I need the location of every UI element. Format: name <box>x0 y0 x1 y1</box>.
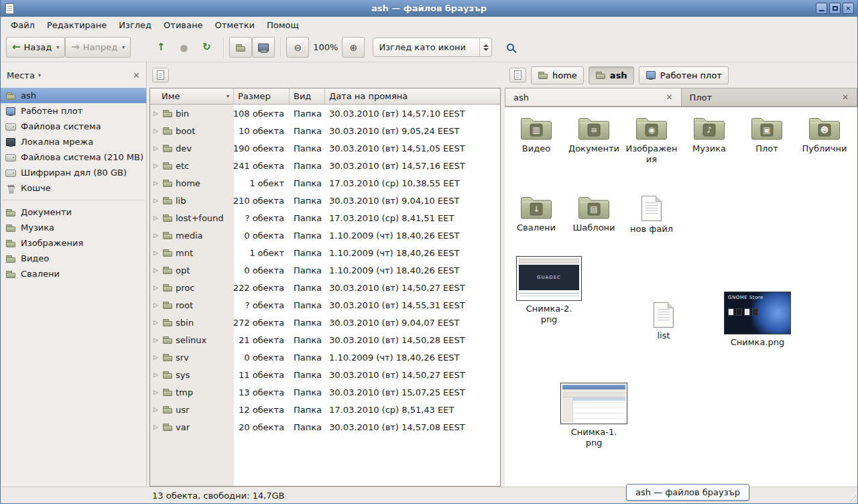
menu-item[interactable]: Файл <box>5 18 41 32</box>
tab[interactable]: Плот✕ <box>682 88 858 107</box>
expander-icon[interactable]: ▷ <box>152 180 160 186</box>
expander-icon[interactable]: ▷ <box>152 424 160 430</box>
folder-item[interactable]: ↓Свалени <box>507 194 565 235</box>
table-row[interactable]: ▷usr12 обектаПапка17.03.2010 (ср) 8,51,4… <box>150 401 500 418</box>
resize-grip[interactable] <box>847 493 856 502</box>
table-row[interactable]: ▷bin108 обектаПапка30.03.2010 (вт) 14,57… <box>150 105 500 122</box>
file-item[interactable]: list <box>642 302 685 341</box>
icon-view[interactable]: ▥Видео≡Документи◉Изображения♪Музика▣Плот… <box>505 107 857 487</box>
expander-icon[interactable]: ▷ <box>152 214 160 221</box>
up-button[interactable]: ↑ <box>149 37 172 58</box>
table-row[interactable]: ▷etc241 обектаПапка30.03.2010 (вт) 14,57… <box>150 157 500 174</box>
expander-icon[interactable]: ▷ <box>152 284 160 291</box>
table-row[interactable]: ▷lost+found? обектаПапка17.03.2010 (ср) … <box>150 209 500 227</box>
titlebar[interactable]: ash — файлов браузър ✕ <box>1 0 857 17</box>
expander-icon[interactable]: ▷ <box>152 110 160 117</box>
sidebar-item[interactable]: Кошче <box>1 180 146 196</box>
view-mode-spinner[interactable] <box>479 38 491 56</box>
folder-item[interactable]: ▣Плот <box>738 115 796 164</box>
pane-toggle-button[interactable] <box>509 68 526 82</box>
column-header-size[interactable]: Размер <box>234 88 290 105</box>
table-row[interactable]: ▷proc222 обектаПапка30.03.2010 (вт) 14,5… <box>150 279 500 296</box>
expander-icon[interactable]: ▷ <box>152 319 160 326</box>
sidebar-item[interactable]: Свалени <box>1 266 146 281</box>
zoom-in-button[interactable]: ⊕ <box>342 37 365 58</box>
close-tab-icon[interactable]: ✕ <box>842 93 849 101</box>
file-item[interactable]: GNOME Store Снимка.png <box>724 292 791 348</box>
menu-item[interactable]: Отиване <box>158 18 208 32</box>
computer-button[interactable] <box>252 37 275 58</box>
expander-icon[interactable]: ▷ <box>152 389 160 395</box>
file-item[interactable]: GUADEC Снимка-2.png <box>515 256 583 324</box>
table-row[interactable]: ▷boot10 обектаПапка30.03.2010 (вт) 9,05,… <box>150 122 500 139</box>
sidebar-item[interactable]: Музика <box>1 220 146 235</box>
sidebar-item[interactable]: Видео <box>1 251 146 266</box>
table-row[interactable]: ▷srv0 обектаПапка1.10.2009 (чт) 18,40,26… <box>150 349 500 366</box>
expander-icon[interactable]: ▷ <box>152 406 160 413</box>
sidebar-item[interactable]: Файлова система (210 MB) <box>1 149 146 165</box>
notes-pane-button[interactable] <box>152 68 169 82</box>
table-row[interactable]: ▷sys11 обектаПапка30.03.2010 (вт) 14,50,… <box>150 366 500 383</box>
expander-icon[interactable]: ▷ <box>152 336 160 343</box>
sidebar-item[interactable]: Изображения <box>1 235 146 251</box>
close-tab-icon[interactable]: ✕ <box>666 93 672 101</box>
sidebar-item[interactable]: Локална мрежа <box>1 134 146 149</box>
table-row[interactable]: ▷opt0 обектаПапка1.10.2009 (чт) 18,40,26… <box>150 261 500 279</box>
expander-icon[interactable]: ▷ <box>152 267 160 273</box>
table-row[interactable]: ▷mnt1 обектПапка1.10.2009 (чт) 18,40,26 … <box>150 244 500 261</box>
close-button[interactable]: ✕ <box>843 3 854 14</box>
folder-item[interactable]: ≡Документи <box>565 115 623 164</box>
back-button[interactable]: ← Назад ▾ <box>6 37 65 58</box>
breadcrumb-button[interactable]: Работен плот <box>639 66 729 84</box>
view-mode-select[interactable]: Изглед като икони <box>373 38 492 57</box>
file-item[interactable]: Снимка-1.png <box>560 383 627 448</box>
expander-icon[interactable]: ▷ <box>152 232 160 239</box>
reload-button[interactable]: ↻ <box>195 37 218 58</box>
file-item[interactable]: нов файл <box>623 194 680 235</box>
expander-icon[interactable]: ▷ <box>152 371 160 378</box>
breadcrumb-button[interactable]: ash <box>589 66 634 84</box>
close-sidebar-button[interactable]: ✕ <box>133 71 140 80</box>
table-row[interactable]: ▷sbin272 обектаПапка30.03.2010 (вт) 9,04… <box>150 314 500 331</box>
column-header-type[interactable]: Вид <box>290 88 325 105</box>
stop-button[interactable]: ● <box>172 37 195 58</box>
table-row[interactable]: ▷media0 обектаПапка1.10.2009 (чт) 18,40,… <box>150 227 500 244</box>
sidebar-item[interactable]: Работен плот <box>1 103 146 119</box>
folder-item[interactable]: ♪Музика <box>680 115 738 164</box>
folder-item[interactable]: ▤Шаблони <box>565 194 623 235</box>
maximize-button[interactable] <box>829 3 841 14</box>
folder-item[interactable]: ☻Публични <box>796 115 853 164</box>
expander-icon[interactable]: ▷ <box>152 302 160 308</box>
table-row[interactable]: ▷var20 обектаПапка30.03.2010 (вт) 14,57,… <box>150 418 500 436</box>
expander-icon[interactable]: ▷ <box>152 162 160 169</box>
tab[interactable]: ash✕ <box>505 88 682 107</box>
expander-icon[interactable]: ▷ <box>152 145 160 151</box>
sidebar-item[interactable]: ash <box>1 88 146 103</box>
home-button[interactable] <box>229 37 252 58</box>
expander-icon[interactable]: ▷ <box>152 249 160 256</box>
folder-item[interactable]: ◉Изображения <box>623 115 680 164</box>
table-row[interactable]: ▷selinux21 обектаПапка30.03.2010 (вт) 14… <box>150 331 500 349</box>
sidebar-item[interactable]: Документи <box>1 204 146 220</box>
menu-item[interactable]: Отметки <box>208 18 260 32</box>
table-row[interactable]: ▷tmp13 обектаПапка30.03.2010 (вт) 15,07,… <box>150 383 500 401</box>
table-row[interactable]: ▷root? обектаПапка30.03.2010 (вт) 14,55,… <box>150 296 500 314</box>
table-row[interactable]: ▷home1 обектПапка17.03.2010 (ср) 10,38,5… <box>150 174 500 192</box>
breadcrumb-button[interactable]: home <box>531 66 584 84</box>
expander-icon[interactable]: ▷ <box>152 127 160 134</box>
menu-item[interactable]: Изглед <box>113 18 158 32</box>
table-row[interactable]: ▷dev190 обектаПапка30.03.2010 (вт) 14,51… <box>150 139 500 157</box>
minimize-button[interactable] <box>816 3 827 14</box>
table-row[interactable]: ▷lib210 обектаПапка30.03.2010 (вт) 9,04,… <box>150 192 500 209</box>
search-button[interactable] <box>499 37 522 58</box>
zoom-out-button[interactable]: ⊖ <box>286 37 309 58</box>
folder-item[interactable]: ▥Видео <box>507 115 565 164</box>
menu-item[interactable]: Редактиране <box>41 18 113 32</box>
sidebar-item[interactable]: Шифриран дял (80 GB) <box>1 165 146 180</box>
expander-icon[interactable]: ▷ <box>152 354 160 361</box>
sidebar-item[interactable]: Файлова система <box>1 119 146 134</box>
places-header[interactable]: Места ▾ ✕ <box>1 62 146 88</box>
expander-icon[interactable]: ▷ <box>152 197 160 204</box>
menu-item[interactable]: Помощ <box>261 18 305 32</box>
column-header-date[interactable]: Дата на промяна <box>325 88 500 105</box>
